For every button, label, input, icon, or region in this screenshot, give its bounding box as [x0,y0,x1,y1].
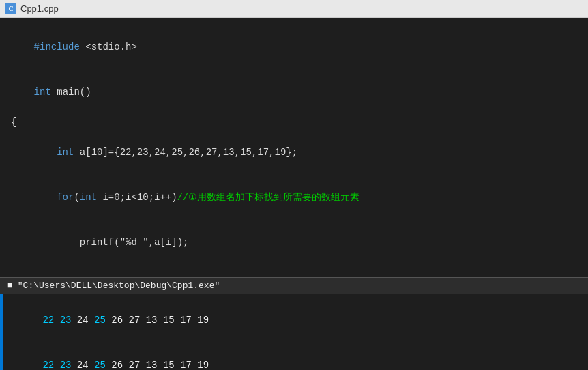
terminal-content: 22 23 24 25 26 27 13 15 17 19 22 23 24 2… [0,294,588,370]
terminal-icon: ■ [7,281,12,291]
keyword-int: int [34,87,51,98]
code-line-6: printf("%d ",a[i]); [11,220,577,265]
code-line-4: int a[10]={22,23,24,25,26,27,13,15,17,19… [11,130,577,175]
code-line-7: printf("\n"); [11,265,577,277]
title-bar: C Cpp1.cpp [0,0,588,18]
terminal-output-2: 22 23 24 25 26 27 13 15 17 19 [8,343,580,370]
terminal: ■ "C:\Users\DELL\Desktop\Debug\Cpp1.exe"… [0,277,588,370]
file-icon: C [5,3,16,14]
keyword-include: #include [34,42,80,53]
terminal-title-bar: ■ "C:\Users\DELL\Desktop\Debug\Cpp1.exe" [0,277,588,294]
code-line-3: { [11,115,577,130]
code-line-5: for(int i=0;i<10;i++)//①用数组名加下标找到所需要的数组元… [11,175,577,220]
terminal-title: "C:\Users\DELL\Desktop\Debug\Cpp1.exe" [18,281,220,291]
code-line-2: int main() [11,70,577,115]
code-line-1: #include <stdio.h> [11,25,577,70]
terminal-output-1: 22 23 24 25 26 27 13 15 17 19 [8,298,580,343]
code-editor: #include <stdio.h> int main() { int a[10… [0,18,588,277]
left-accent-bar [0,294,3,370]
filename: Cpp1.cpp [20,3,59,14]
